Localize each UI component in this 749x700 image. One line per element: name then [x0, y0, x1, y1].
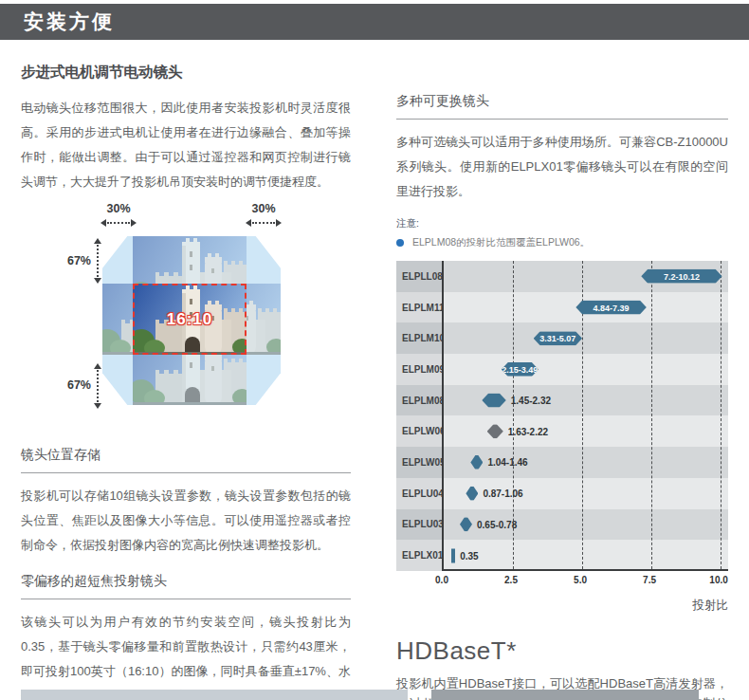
- projection-frame: 16:10: [133, 284, 247, 355]
- bar-range-label: 1.63-2.22: [508, 426, 548, 436]
- chart-plot-area: 0.35: [442, 540, 728, 571]
- throw-ratio-bar: [451, 548, 455, 562]
- chart-plot-area: 0.65-0.78: [442, 509, 728, 541]
- axis-tick: 0.0: [435, 575, 448, 585]
- bottom-cutoff-image-left: [21, 690, 408, 700]
- chart-plot-area: 2.15-3.49: [442, 354, 728, 385]
- castle-image: [247, 284, 281, 355]
- lens-name-label: ELPLM11: [396, 292, 442, 323]
- throw-ratio-bar: [487, 424, 503, 438]
- chart-plot-area: 4.84-7.39: [442, 292, 728, 323]
- paragraph-motorized-lens: 电动镜头位移范围很大，因此使用者安装投影机时灵活度很高。采用的步进式电机让使用者…: [21, 96, 351, 194]
- heading-hdbaset: HDBaseT*: [396, 636, 728, 666]
- v-shift-top-label: 67%: [49, 254, 91, 267]
- bullet-icon: [396, 239, 404, 247]
- chart-row: ELPLU030.65-0.78: [396, 509, 728, 541]
- arrow-right-icon: [276, 219, 282, 227]
- chart-row: ELPLW051.04-1.46: [396, 447, 728, 478]
- paragraph-lens-memory: 投影机可以存储10组镜头设置参数，镜头设置参数包括的镜头位置、焦距以及图像大小等…: [21, 484, 351, 558]
- h-shift-left-label: 30%: [100, 202, 137, 215]
- projection-shifted-left: [102, 284, 133, 355]
- lens-name-label: ELPLU03: [396, 509, 442, 541]
- bar-range-label: 0.87-1.06: [483, 488, 522, 499]
- page: 安装方便 步进式电机调节电动镜头 电动镜头位移范围很大，因此使用者安装投影机时灵…: [0, 0, 749, 700]
- note-label: 注意:: [396, 217, 728, 230]
- bar-range-label: 0.35: [460, 550, 478, 561]
- throw-ratio-bar: [466, 487, 478, 501]
- lens-name-label: ELPLU04: [396, 478, 442, 509]
- chart-body: ELPLL087.2-10.12ELPLM114.84-7.39ELPLM103…: [396, 261, 728, 571]
- lens-name-label: ELPLW06: [396, 415, 442, 447]
- heading-interchangeable-lenses: 多种可更换镜头: [396, 93, 728, 120]
- castle-image: [133, 236, 247, 284]
- chart-row: ELPLU040.87-1.06: [396, 478, 728, 509]
- chart-row: ELPLM092.15-3.49: [396, 354, 728, 385]
- axis-tick: 7.5: [643, 575, 656, 585]
- arrow-down-icon: [94, 278, 101, 284]
- paragraph-interchangeable-lenses: 多种可选镜头可以适用于多种使用场所。可兼容CB-Z10000U系列镜头。使用新的…: [396, 130, 728, 204]
- throw-ratio-bar: 2.15-3.49: [502, 362, 539, 377]
- arrow-up-icon: [94, 238, 101, 244]
- heading-motorized-lens: 步进式电机调节电动镜头: [21, 63, 351, 83]
- lens-shift-range-shape: 16:10: [102, 236, 281, 405]
- bar-range-label: 4.84-7.39: [594, 303, 630, 312]
- projection-shifted-up: [133, 236, 247, 284]
- projection-shifted-down: [133, 355, 247, 405]
- lens-name-label: ELPLM10: [396, 322, 442, 354]
- axis-tick: 10.0: [709, 575, 727, 585]
- throw-ratio-bar: [470, 455, 483, 470]
- chart-row: ELPLW061.63-2.22: [396, 415, 728, 447]
- bar-range-label: 1.04-1.46: [487, 457, 527, 468]
- chart-plot-area: 1.45-2.32: [442, 385, 728, 416]
- arrow-down-icon: [94, 403, 101, 409]
- heading-lens-memory: 镜头位置存储: [21, 447, 351, 473]
- bar-range-label: 7.2-10.12: [664, 271, 700, 281]
- note-item: ELPLM08的投射比范围覆盖ELPLW06。: [396, 236, 728, 249]
- bottom-cutoff-image-right: [431, 690, 699, 700]
- chart-row: ELPLM114.84-7.39: [396, 292, 728, 323]
- throw-ratio-bar: [460, 517, 472, 531]
- arrow-left-icon: [100, 219, 106, 227]
- arrow-right-icon: [131, 219, 137, 227]
- paragraph-zero-offset-lens: 该镜头可以为用户有效的节约安装空间，镜头投射比为0.35，基于镜头零偏移量和前置…: [21, 610, 351, 700]
- throw-ratio-bar: 3.31-5.07: [534, 331, 582, 345]
- lens-name-label: ELPLM08: [396, 385, 442, 416]
- lens-name-label: ELPLW05: [396, 447, 442, 478]
- note-text: ELPLM08的投射比范围覆盖ELPLW06。: [412, 236, 590, 249]
- h-shift-left-arrow: [100, 219, 137, 227]
- bar-range-label: 0.65-0.78: [477, 519, 517, 529]
- v-shift-bottom-label: 67%: [49, 378, 91, 392]
- arrow-up-icon: [94, 363, 101, 369]
- h-shift-right-arrow: [246, 219, 282, 227]
- chart-row: ELPLX010.35: [396, 540, 728, 571]
- castle-image: [133, 355, 247, 405]
- right-column: 多种可更换镜头 多种可选镜头可以适用于多种使用场所。可兼容CB-Z10000U系…: [396, 93, 728, 700]
- chart-plot-area: 1.63-2.22: [442, 415, 728, 447]
- projection-shifted-right: [247, 284, 281, 355]
- h-shift-right-label: 30%: [246, 202, 282, 215]
- throw-ratio-chart: ELPLL087.2-10.12ELPLM114.84-7.39ELPLM103…: [396, 261, 728, 614]
- section-banner: 安装方便: [0, 4, 749, 40]
- bar-range-label: 3.31-5.07: [539, 334, 575, 343]
- throw-ratio-bar: 4.84-7.39: [575, 301, 646, 315]
- chart-plot-area: 7.2-10.12: [442, 261, 728, 292]
- left-column: 步进式电机调节电动镜头 电动镜头位移范围很大，因此使用者安装投影机时灵活度很高。…: [21, 59, 351, 700]
- castle-image: [102, 284, 133, 355]
- axis-tick: 2.5: [504, 575, 518, 585]
- chart-row: ELPLM103.31-5.07: [396, 322, 728, 354]
- chart-plot-area: 3.31-5.07: [442, 322, 728, 354]
- arrow-left-icon: [246, 219, 251, 227]
- lens-name-label: ELPLM09: [396, 354, 442, 385]
- v-shift-bottom-arrow: [94, 363, 101, 409]
- bar-range-label: 2.15-3.49: [502, 364, 538, 374]
- lens-name-label: ELPLL08: [396, 261, 442, 292]
- chart-plot-area: 0.87-1.06: [442, 478, 728, 509]
- x-axis-title: 投射比: [396, 598, 728, 614]
- lens-name-label: ELPLX01: [396, 540, 442, 571]
- v-shift-top-arrow: [94, 238, 101, 284]
- bar-range-label: 1.45-2.32: [511, 396, 551, 406]
- throw-ratio-bar: 7.2-10.12: [641, 269, 722, 284]
- axis-tick: 5.0: [574, 575, 587, 585]
- chart-rows: ELPLL087.2-10.12ELPLM114.84-7.39ELPLM103…: [396, 261, 728, 571]
- heading-zero-offset-lens: 零偏移的超短焦投射镜头: [21, 573, 351, 599]
